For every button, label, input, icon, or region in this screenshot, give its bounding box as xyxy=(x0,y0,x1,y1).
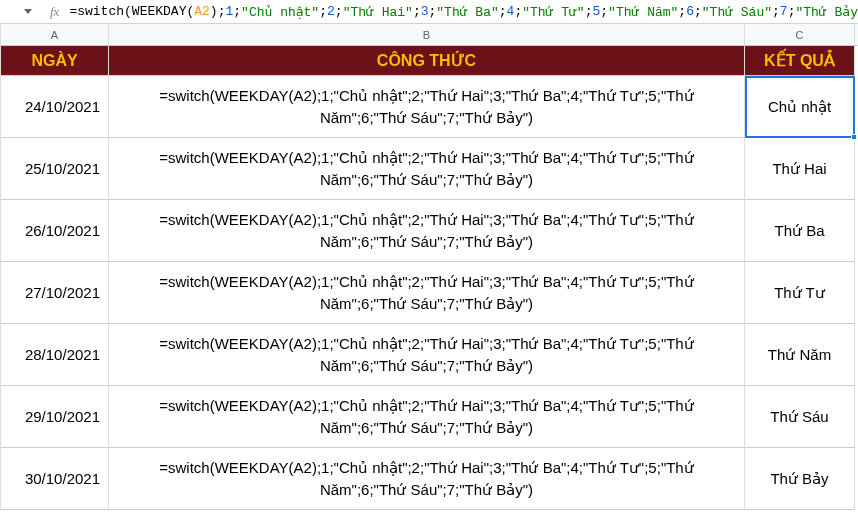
formula-token: WEEKDAY xyxy=(132,4,187,19)
cell-formula[interactable]: =switch(WEEKDAY(A2);1;"Chủ nhật";2;"Thứ … xyxy=(109,262,745,324)
formula-token: ( xyxy=(186,4,194,19)
cell-result[interactable]: Thứ Năm xyxy=(745,324,855,386)
formula-token: 4 xyxy=(507,4,515,19)
cell-date[interactable]: 24/10/2021 xyxy=(1,76,109,138)
table-header-formula[interactable]: CÔNG THỨC xyxy=(109,46,745,76)
cell-result[interactable]: Thứ Ba xyxy=(745,200,855,262)
cell-date[interactable]: 27/10/2021 xyxy=(1,262,109,324)
cell-result[interactable]: Thứ Hai xyxy=(745,138,855,200)
cell-date[interactable]: 26/10/2021 xyxy=(1,200,109,262)
formula-token: ; xyxy=(319,4,327,19)
formula-token: ; xyxy=(413,4,421,19)
cell-formula[interactable]: =switch(WEEKDAY(A2);1;"Chủ nhật";2;"Thứ … xyxy=(109,448,745,510)
cell-result[interactable]: Thứ Sáu xyxy=(745,386,855,448)
cell-result[interactable]: Chủ nhật xyxy=(745,76,855,138)
column-headers: A B C xyxy=(0,24,858,46)
formula-token: ; xyxy=(218,4,226,19)
cell-date[interactable]: 29/10/2021 xyxy=(1,386,109,448)
cell-formula[interactable]: =switch(WEEKDAY(A2);1;"Chủ nhật";2;"Thứ … xyxy=(109,138,745,200)
selection-handle[interactable] xyxy=(851,134,857,140)
formula-token: switch xyxy=(77,4,124,19)
cell-date[interactable]: 28/10/2021 xyxy=(1,324,109,386)
formula-token: ; xyxy=(335,4,343,19)
cell-date[interactable]: 25/10/2021 xyxy=(1,138,109,200)
cell-result[interactable]: Thứ Bảy xyxy=(745,448,855,510)
formula-token: "Thứ Hai" xyxy=(343,4,413,20)
formula-token: ; xyxy=(585,4,593,19)
formula-input[interactable]: =switch(WEEKDAY(A2);1;"Chủ nhật";2;"Thứ … xyxy=(69,4,858,20)
formula-token: ; xyxy=(678,4,686,19)
formula-token: ; xyxy=(600,4,608,19)
formula-token: "Thứ Ba" xyxy=(436,4,498,20)
formula-token: 1 xyxy=(225,4,233,19)
cell-formula[interactable]: =switch(WEEKDAY(A2);1;"Chủ nhật";2;"Thứ … xyxy=(109,200,745,262)
cell-date[interactable]: 30/10/2021 xyxy=(1,448,109,510)
formula-token: 6 xyxy=(686,4,694,19)
formula-token: 3 xyxy=(421,4,429,19)
formula-token: "Thứ Tư" xyxy=(522,4,584,20)
formula-token: A2 xyxy=(194,4,210,19)
formula-bar[interactable]: fx =switch(WEEKDAY(A2);1;"Chủ nhật";2;"T… xyxy=(0,0,858,24)
formula-token: = xyxy=(69,4,77,19)
formula-token: ; xyxy=(429,4,437,19)
cell-formula[interactable]: =switch(WEEKDAY(A2);1;"Chủ nhật";2;"Thứ … xyxy=(109,324,745,386)
table-header-date[interactable]: NGÀY xyxy=(1,46,109,76)
column-header-a[interactable]: A xyxy=(1,24,109,45)
formula-token: "Thứ Sáu" xyxy=(702,4,772,20)
formula-token: "Thứ Năm" xyxy=(608,4,678,20)
formula-token: 2 xyxy=(327,4,335,19)
formula-token: ) xyxy=(210,4,218,19)
formula-token: ; xyxy=(788,4,796,19)
spreadsheet-grid[interactable]: NGÀY CÔNG THỨC KẾT QUẢ 24/10/2021=switch… xyxy=(0,46,858,510)
formula-token: 5 xyxy=(592,4,600,19)
column-header-b[interactable]: B xyxy=(109,24,745,45)
formula-token: ; xyxy=(233,4,241,19)
formula-token: ; xyxy=(694,4,702,19)
cell-result[interactable]: Thứ Tư xyxy=(745,262,855,324)
cell-formula[interactable]: =switch(WEEKDAY(A2);1;"Chủ nhật";2;"Thứ … xyxy=(109,76,745,138)
formula-token: ; xyxy=(514,4,522,19)
cell-formula[interactable]: =switch(WEEKDAY(A2);1;"Chủ nhật";2;"Thứ … xyxy=(109,386,745,448)
name-box-dropdown-icon[interactable] xyxy=(24,7,32,17)
formula-token: "Thứ Bảy" xyxy=(795,4,858,20)
column-header-c[interactable]: C xyxy=(745,24,855,45)
table-header-result[interactable]: KẾT QUẢ xyxy=(745,46,855,76)
formula-token: ; xyxy=(499,4,507,19)
formula-token: "Chủ nhật" xyxy=(241,4,319,20)
formula-token: ( xyxy=(124,4,132,19)
formula-token: 7 xyxy=(780,4,788,19)
formula-token: ; xyxy=(772,4,780,19)
fx-label: fx xyxy=(50,4,59,20)
